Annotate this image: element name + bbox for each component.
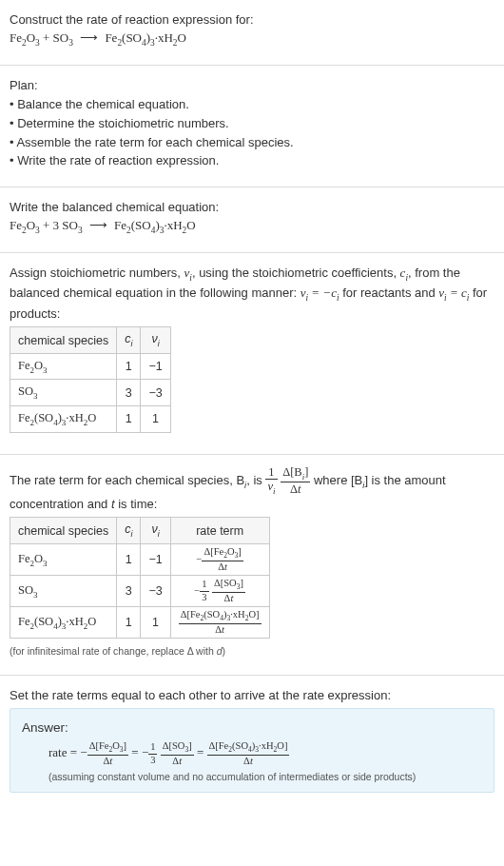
rate-text: , is: [246, 473, 265, 487]
eq: = −c: [308, 285, 337, 300]
frac-den: 3: [148, 754, 157, 766]
rate-text: is time:: [115, 497, 158, 511]
assign-text: Assign stoichiometric numbers,: [10, 266, 184, 280]
sub: 3: [33, 391, 38, 401]
t: Δ[Fe: [181, 609, 201, 620]
species-fe2o3-fe: Fe: [10, 30, 22, 45]
species-product-fe: Fe: [105, 30, 117, 45]
t: SO: [18, 583, 33, 597]
t: Δ[B: [282, 465, 302, 479]
t: t: [224, 561, 227, 572]
t: (SO: [232, 740, 248, 751]
frac-den: Δt: [161, 755, 194, 767]
cell-ci: 3: [117, 576, 141, 607]
nu-eq-c: νi = ci: [438, 285, 469, 300]
unbalanced-equation: Fe2O3 + SO3 ⟶ Fe2(SO4)3·xH2O: [10, 30, 494, 49]
set-terms-section: Set the rate terms equal to each other t…: [10, 681, 494, 803]
eq: = −: [128, 745, 148, 759]
t: Δ[SO: [214, 578, 237, 588]
sub: 3: [35, 37, 40, 47]
t: t: [179, 756, 182, 766]
prompt-section: Construct the rate of reaction expressio…: [10, 6, 494, 59]
frac-den: Δt: [202, 561, 242, 573]
cell-species: Fe2O3: [10, 353, 117, 380]
cell-nui: −3: [141, 380, 170, 406]
species-fe2o3-o: O: [27, 30, 35, 45]
cell-nui: 1: [141, 406, 170, 433]
frac-one-third: 13: [148, 742, 157, 765]
col-rate-term: rate term: [170, 518, 269, 544]
frac-den: Δt: [212, 592, 245, 604]
t: O: [87, 411, 96, 424]
assign-section: Assign stoichiometric numbers, νi, using…: [10, 259, 494, 447]
plan-title: Plan:: [10, 77, 494, 95]
frac: Δ[Fe2(SO4)3·xH2O]Δt: [179, 610, 262, 635]
table-row: SO3 3 −3 −13 Δ[SO3]Δt: [10, 576, 270, 607]
frac-num: 1: [200, 580, 208, 591]
frac-num: Δ[Fe2(SO4)3·xH2O]: [179, 610, 262, 623]
sub: i: [130, 529, 132, 539]
species-product-so: (SO: [122, 30, 142, 45]
t: O: [112, 740, 120, 751]
t: Δ[Fe: [209, 740, 229, 751]
sub: i: [158, 339, 160, 348]
t: O: [34, 359, 43, 372]
t: Fe: [18, 615, 30, 628]
cell-species: Fe2O3: [10, 543, 117, 575]
set-terms-text: Set the rate terms equal to each other t…: [10, 687, 494, 705]
eq: =: [194, 745, 207, 759]
table-row: Fe2(SO4)3·xH2O 1 1: [10, 406, 171, 433]
nu-i: νi: [184, 266, 192, 280]
sub: 3: [33, 589, 38, 599]
t: ]: [238, 546, 242, 557]
species: ·xH: [164, 218, 182, 232]
cell-nui: −3: [141, 576, 170, 607]
answer-expression: rate = −Δ[Fe2O3]Δt = −13 Δ[SO3]Δt = Δ[Fe…: [22, 741, 482, 766]
table-header-row: chemical species ci νi: [10, 327, 171, 354]
frac-num: Δ[Fe2(SO4)3·xH2O]: [207, 741, 290, 755]
plus-so3: + 3 SO: [40, 218, 78, 232]
t: t: [109, 756, 112, 766]
table-row: Fe2(SO4)3·xH2O 1 1 Δ[Fe2(SO4)3·xH2O]Δt: [10, 607, 270, 639]
answer-note: (assuming constant volume and no accumul…: [22, 770, 482, 784]
answer-title: Answer:: [22, 718, 482, 738]
sub: 3: [68, 37, 73, 47]
table-row: Fe2O3 1 −1: [10, 353, 171, 380]
frac-den: Δt: [87, 755, 128, 767]
col-nui: νi: [141, 518, 170, 544]
rate-eq: rate = −: [48, 745, 87, 759]
balanced-section: Write the balanced chemical equation: Fe…: [10, 193, 494, 246]
rate-term-section: The rate term for each chemical species,…: [10, 461, 494, 669]
cell-ci: 3: [117, 380, 141, 406]
t: Δ[SO: [163, 740, 185, 751]
t: t: [298, 482, 300, 496]
cell-species: Fe2(SO4)3·xH2O: [10, 607, 117, 639]
frac-one-over-nu: 1νi: [265, 466, 277, 496]
species: O: [27, 218, 35, 232]
note-text: ): [223, 645, 226, 657]
t: (SO: [34, 411, 53, 424]
divider: [0, 187, 504, 187]
t: O]: [277, 740, 287, 751]
cell-ci: 1: [117, 607, 141, 639]
t: ·xH: [66, 411, 83, 424]
nu-eq-neg-c: νi = −ci: [300, 285, 339, 300]
c-i: ci: [400, 266, 408, 280]
plan-bullet-4: Write the rate of reaction expression.: [10, 152, 494, 170]
t: O: [34, 552, 43, 565]
rate-text: where [B: [314, 473, 362, 487]
frac-den: Δt: [179, 623, 262, 636]
species: O: [186, 218, 195, 232]
frac: Δ[Fe2(SO4)3·xH2O]Δt: [207, 741, 290, 766]
t: ·xH: [230, 609, 244, 620]
species-so3: SO: [53, 30, 69, 45]
species-product-o: O: [178, 30, 186, 45]
t: t: [230, 593, 233, 603]
frac: Δ[SO3]Δt: [161, 741, 194, 766]
t: Fe: [18, 359, 30, 372]
frac-num: Δ[SO3]: [212, 579, 245, 592]
plan-bullet-3: Assemble the rate term for each chemical…: [10, 134, 494, 152]
assign-text: for reactants and: [339, 285, 439, 300]
table-header-row: chemical species ci νi rate term: [10, 518, 270, 544]
frac-den: νi: [265, 479, 277, 496]
